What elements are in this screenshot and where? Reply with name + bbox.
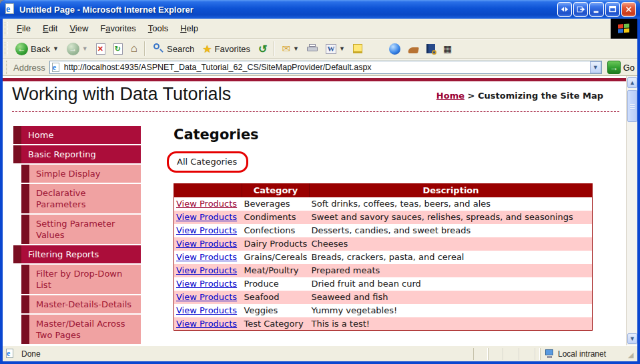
column-header-description: Description xyxy=(310,184,593,197)
sidebar-item-master-details-details[interactable]: Master-Details-Details xyxy=(29,295,141,313)
export-window-button[interactable] xyxy=(573,2,588,17)
sidebar-item-basic-reporting[interactable]: Basic Reporting xyxy=(21,145,141,163)
scroll-down-icon: ▼ xyxy=(629,335,635,342)
view-products-link[interactable]: View Products xyxy=(176,279,237,289)
menu-help[interactable]: Help xyxy=(174,21,204,36)
forward-button[interactable]: → ▼ xyxy=(63,41,91,57)
resize-grip[interactable]: ◢ xyxy=(628,348,637,360)
all-categories-filter[interactable]: All Categories xyxy=(167,151,248,173)
addon-button[interactable] xyxy=(405,43,422,55)
refresh-icon: ↻ xyxy=(113,43,123,55)
favorites-button[interactable]: ★ Favorites xyxy=(199,41,254,57)
home-button[interactable]: ⌂ xyxy=(127,41,141,57)
search-button[interactable]: Search xyxy=(149,41,198,56)
scroll-down-button[interactable]: ▼ xyxy=(627,333,637,344)
menu-favorites[interactable]: Favorites xyxy=(94,21,141,36)
close-button[interactable] xyxy=(621,2,636,17)
table-row: View ProductsDairy ProductsCheeses xyxy=(174,237,593,251)
browser-viewport: Working with Data Tutorials Home > Custo… xyxy=(3,76,637,345)
barcode-button[interactable]: ▦ xyxy=(440,42,455,55)
dashed-divider xyxy=(12,111,619,112)
stop-button[interactable]: ✕ xyxy=(93,42,109,56)
sidebar-item-setting-parameter-values[interactable]: Setting Parameter Values xyxy=(29,215,141,244)
view-products-link[interactable]: View Products xyxy=(176,225,237,235)
zone-text: Local intranet xyxy=(558,349,606,359)
view-products-link[interactable]: View Products xyxy=(176,199,237,209)
category-cell: Dairy Products xyxy=(242,237,310,251)
view-products-link[interactable]: View Products xyxy=(176,319,237,329)
pan-arrows-button[interactable] xyxy=(557,2,572,17)
discuss-button[interactable] xyxy=(350,43,366,55)
sidebar-item-simple-display[interactable]: Simple Display xyxy=(29,165,141,183)
edit-dropdown-icon[interactable]: ▼ xyxy=(339,45,345,52)
history-button[interactable]: ↺ xyxy=(255,41,270,57)
back-button[interactable]: ← Back ▼ xyxy=(12,41,62,57)
view-products-link[interactable]: View Products xyxy=(176,252,237,262)
sidebar-indent xyxy=(13,165,21,183)
toolbar-separator xyxy=(274,41,275,56)
windows-logo xyxy=(611,19,637,39)
view-products-link[interactable]: View Products xyxy=(176,212,237,222)
box-arrow-icon xyxy=(576,5,585,14)
category-cell: Beverages xyxy=(242,197,310,211)
menu-edit[interactable]: Edit xyxy=(37,21,63,36)
title-bar[interactable]: e Untitled Page - Microsoft Internet Exp… xyxy=(0,0,640,19)
toolbar-grip[interactable] xyxy=(6,61,9,74)
sidebar-item-filtering-reports[interactable]: Filtering Reports xyxy=(21,245,141,263)
search-icon xyxy=(152,43,164,55)
breadcrumb-home-link[interactable]: Home xyxy=(436,91,464,101)
sidebar-item-marker xyxy=(21,315,29,344)
status-pane xyxy=(519,348,535,360)
view-products-link[interactable]: View Products xyxy=(176,292,237,302)
sidebar-item-declarative-parameters[interactable]: Declarative Parameters xyxy=(29,184,141,213)
site-map-menu: HomeBasic ReportingSimple DisplayDeclara… xyxy=(13,126,141,345)
menu-view[interactable]: View xyxy=(63,21,94,36)
table-row: View ProductsCondimentsSweet and savory … xyxy=(174,211,593,224)
mail-icon: ✉ xyxy=(282,43,290,55)
address-input[interactable]: e http://localhost:4935/ASPNET_Data_Tuto… xyxy=(49,61,602,74)
address-dropdown-button[interactable]: ▼ xyxy=(590,61,601,73)
minimize-button[interactable] xyxy=(589,2,604,17)
view-products-link[interactable]: View Products xyxy=(176,239,237,249)
category-cell: Produce xyxy=(242,277,310,291)
sidebar-item-home[interactable]: Home xyxy=(21,126,141,144)
description-cell: Sweet and savory sauces, relishes, sprea… xyxy=(310,211,593,224)
sidebar-item-master-detail-across-two-pages[interactable]: Master/Detail Across Two Pages xyxy=(29,315,141,344)
sidebar-indent xyxy=(13,295,21,313)
word-icon: W xyxy=(326,44,336,54)
mail-button[interactable]: ✉ ▼ xyxy=(278,41,302,56)
table-row: View ProductsSeafoodSeaweed and fish xyxy=(174,291,593,304)
menu-tools[interactable]: Tools xyxy=(142,21,174,36)
category-cell: Veggies xyxy=(242,304,310,317)
toolbar-grip[interactable] xyxy=(5,42,8,55)
annotation-highlight: All Categories xyxy=(167,151,248,173)
sidebar-row: Declarative Parameters xyxy=(13,184,141,213)
toolbar-grip[interactable] xyxy=(5,22,8,35)
view-products-link[interactable]: View Products xyxy=(176,305,237,315)
messenger-button[interactable] xyxy=(386,42,404,56)
sidebar-item-filter-by-drop-down-list[interactable]: Filter by Drop-Down List xyxy=(29,265,141,294)
refresh-button[interactable]: ↻ xyxy=(110,42,126,56)
scroll-up-button[interactable]: ▲ xyxy=(627,77,637,88)
go-button[interactable]: → Go xyxy=(607,61,635,74)
sidebar-row: Filter by Drop-Down List xyxy=(13,265,141,294)
view-products-cell: View Products xyxy=(174,251,242,264)
description-cell: Yummy vegetables! xyxy=(310,304,593,317)
research-button[interactable] xyxy=(423,43,438,55)
table-row: View ProductsGrains/CerealsBreads, crack… xyxy=(174,251,593,264)
print-button[interactable] xyxy=(304,43,321,55)
scrollbar-thumb[interactable] xyxy=(627,90,637,122)
description-cell: Desserts, candies, and sweet breads xyxy=(310,224,593,237)
close-icon xyxy=(624,5,633,14)
web-page: Working with Data Tutorials Home > Custo… xyxy=(3,76,626,345)
mail-dropdown-icon[interactable]: ▼ xyxy=(293,45,299,52)
table-row: View ProductsProduceDried fruit and bean… xyxy=(174,277,593,291)
view-products-link[interactable]: View Products xyxy=(176,265,237,275)
back-dropdown-icon[interactable]: ▼ xyxy=(53,45,59,52)
table-row: View ProductsBeveragesSoft drinks, coffe… xyxy=(174,197,593,211)
maximize-button[interactable] xyxy=(605,2,620,17)
menu-file[interactable]: File xyxy=(11,21,37,36)
edit-with-word-button[interactable]: W ▼ xyxy=(322,43,348,55)
vertical-scrollbar[interactable]: ▲ ▼ xyxy=(626,76,637,345)
forward-dropdown-icon[interactable]: ▼ xyxy=(82,45,88,52)
